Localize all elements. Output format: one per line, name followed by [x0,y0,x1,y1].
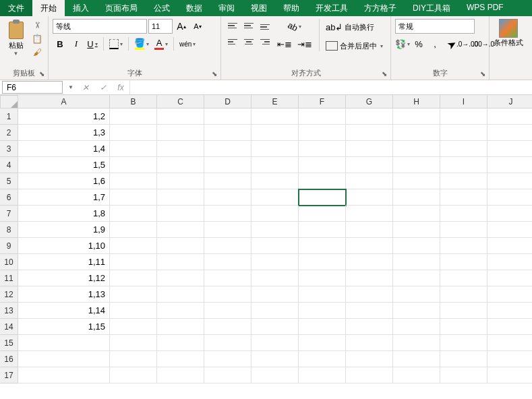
cell-E6[interactable] [252,189,299,206]
cell-J8[interactable] [487,222,532,238]
column-header-E[interactable]: E [252,95,299,109]
cell-F10[interactable] [299,254,346,270]
tab-home[interactable]: 开始 [32,0,65,16]
cell-J5[interactable] [487,173,532,189]
cell-F14[interactable] [299,319,346,335]
row-header-14[interactable]: 14 [0,319,18,335]
cell-A14[interactable]: 1,15 [18,319,110,335]
cell-G9[interactable] [346,238,393,254]
row-header-5[interactable]: 5 [0,173,18,189]
cell-I6[interactable] [440,189,487,206]
cell-A11[interactable]: 1,12 [18,270,110,286]
cell-E14[interactable] [252,319,299,335]
cell-A9[interactable]: 1,10 [18,238,110,254]
cell-H3[interactable] [393,141,440,157]
cell-J12[interactable] [487,286,532,303]
name-box-dropdown[interactable]: ▼ [65,80,77,94]
cell-G4[interactable] [346,157,393,173]
cell-I15[interactable] [440,335,487,351]
cell-B1[interactable] [110,109,157,125]
font-name-select[interactable] [53,19,147,34]
increase-indent-button[interactable]: ⇥≣ [295,36,314,51]
cell-C7[interactable] [157,206,204,222]
cell-J4[interactable] [487,157,532,173]
cell-J13[interactable] [487,303,532,319]
cell-H11[interactable] [393,270,440,286]
cell-C17[interactable] [157,367,204,383]
cell-E11[interactable] [252,270,299,286]
tab-developer[interactable]: 开发工具 [307,0,356,16]
align-middle-button[interactable] [241,19,256,32]
cell-C15[interactable] [157,335,204,351]
cell-A15[interactable] [18,335,110,351]
cell-D13[interactable] [204,303,252,319]
name-box[interactable] [2,81,63,94]
formula-enter-button[interactable]: ✓ [94,80,112,94]
cut-button[interactable]: ✂ [30,19,44,31]
fill-color-button[interactable]: 🪣 [132,36,151,51]
cell-F16[interactable] [299,351,346,367]
cell-B12[interactable] [110,286,157,303]
cell-J16[interactable] [487,351,532,367]
cell-F5[interactable] [299,173,346,189]
cell-B7[interactable] [110,206,157,222]
column-header-C[interactable]: C [157,95,204,109]
align-bottom-button[interactable] [258,19,272,32]
cell-H7[interactable] [393,206,440,222]
cell-G5[interactable] [346,173,393,189]
cell-J11[interactable] [487,270,532,286]
cell-H9[interactable] [393,238,440,254]
cell-B10[interactable] [110,254,157,270]
column-header-J[interactable]: J [487,95,532,109]
cell-C1[interactable] [157,109,204,125]
cell-E8[interactable] [252,222,299,238]
cell-A6[interactable]: 1,7 [18,189,110,206]
cell-H1[interactable] [393,109,440,125]
cell-E4[interactable] [252,157,299,173]
cell-J10[interactable] [487,254,532,270]
cell-G7[interactable] [346,206,393,222]
cell-E17[interactable] [252,367,299,383]
column-header-D[interactable]: D [204,95,252,109]
cell-C16[interactable] [157,351,204,367]
paste-button[interactable]: 粘贴 ▼ [4,19,28,57]
cell-C8[interactable] [157,222,204,238]
cell-C4[interactable] [157,157,204,173]
border-button[interactable] [107,36,125,51]
cell-I14[interactable] [440,319,487,335]
cell-F9[interactable] [299,238,346,254]
cell-C14[interactable] [157,319,204,335]
cell-B16[interactable] [110,351,157,367]
column-header-F[interactable]: F [299,95,346,109]
cell-H16[interactable] [393,351,440,367]
cell-B6[interactable] [110,189,157,206]
cell-G14[interactable] [346,319,393,335]
cell-B11[interactable] [110,270,157,286]
tab-review[interactable]: 审阅 [210,0,243,16]
formula-input[interactable] [129,80,532,94]
cell-C6[interactable] [157,189,204,206]
cell-D10[interactable] [204,254,252,270]
cell-D16[interactable] [204,351,252,367]
cell-J17[interactable] [487,367,532,383]
cell-E16[interactable] [252,351,299,367]
tab-page-layout[interactable]: 页面布局 [97,0,146,16]
tab-wps-pdf[interactable]: WPS PDF [459,0,512,16]
row-header-13[interactable]: 13 [0,303,18,319]
cell-B13[interactable] [110,303,157,319]
cell-G17[interactable] [346,367,393,383]
row-header-8[interactable]: 8 [0,222,18,238]
clipboard-dialog-launcher[interactable]: ⬊ [38,69,46,78]
cell-A8[interactable]: 1,9 [18,222,110,238]
cell-D5[interactable] [204,173,252,189]
cell-D11[interactable] [204,270,252,286]
cell-I7[interactable] [440,206,487,222]
column-header-I[interactable]: I [440,95,487,109]
cell-H14[interactable] [393,319,440,335]
cell-I9[interactable] [440,238,487,254]
align-center-button[interactable] [241,35,256,49]
cell-I16[interactable] [440,351,487,367]
number-format-select[interactable] [395,19,475,34]
cell-E9[interactable] [252,238,299,254]
cell-G10[interactable] [346,254,393,270]
